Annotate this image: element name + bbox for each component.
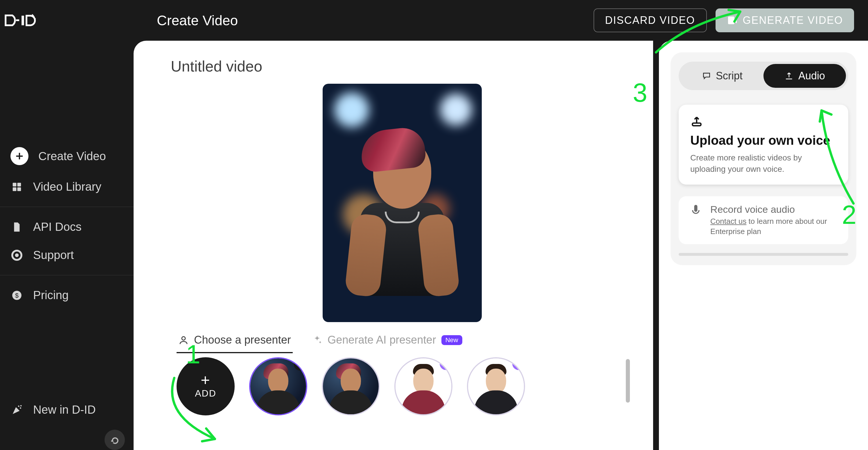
record-voice-card[interactable]: Record voice audio Contact us to learn m…	[679, 196, 848, 244]
sidebar-item-label: Video Library	[33, 180, 101, 193]
tab-script[interactable]: Script	[681, 64, 764, 88]
sidebar-item-label: Support	[33, 249, 74, 262]
new-badge: New	[441, 335, 462, 345]
sidebar-item-label: Pricing	[33, 289, 68, 302]
tab-label: Script	[716, 70, 743, 82]
svg-text:$: $	[15, 291, 19, 299]
brand-logo[interactable]	[3, 6, 38, 35]
sidebar-item-label: Create Video	[38, 150, 106, 163]
record-title: Record voice audio	[710, 204, 838, 215]
sidebar-item-support[interactable]: Support	[0, 241, 133, 269]
scrollbar[interactable]	[626, 357, 630, 415]
dollar-icon: $	[10, 289, 23, 302]
person-icon	[178, 335, 189, 345]
sidebar-item-pricing[interactable]: $ Pricing	[0, 281, 133, 309]
microphone-icon	[689, 204, 702, 217]
sidebar: Create Video Video Library API Docs Supp…	[0, 41, 133, 450]
svg-point-14	[182, 337, 185, 340]
svg-point-12	[20, 407, 21, 409]
presenter-preview[interactable]	[322, 84, 482, 322]
plus-icon: +	[201, 374, 211, 386]
presenter-carousel[interactable]: + ADD ✕ HQ HQ	[171, 357, 633, 415]
file-icon	[10, 221, 23, 233]
svg-text:3: 3	[633, 78, 647, 107]
sidebar-item-label: API Docs	[33, 220, 82, 233]
svg-rect-0	[16, 20, 19, 21]
presenter-thumb[interactable]: HQ	[394, 357, 453, 415]
scrollbar[interactable]	[679, 253, 848, 256]
grid-icon	[10, 180, 23, 193]
project-title[interactable]: Untitled video	[171, 58, 633, 75]
upload-voice-card[interactable]: Upload your own voice Create more realis…	[679, 105, 848, 185]
svg-rect-5	[13, 187, 17, 191]
svg-rect-6	[18, 187, 21, 191]
hq-badge: HQ	[440, 357, 453, 370]
svg-point-2	[35, 18, 36, 19]
upload-icon	[784, 71, 794, 81]
add-presenter-button[interactable]: + ADD	[177, 357, 235, 415]
svg-rect-17	[692, 123, 701, 125]
upload-icon	[690, 123, 703, 128]
contact-us-link[interactable]: Contact us	[710, 217, 746, 226]
sidebar-item-video-library[interactable]: Video Library	[0, 173, 133, 201]
upload-desc: Create more realistic videos by uploadin…	[690, 152, 837, 175]
svg-point-11	[18, 405, 20, 407]
tab-label: Generate AI presenter	[328, 334, 436, 346]
right-panel: Script Audio Upload your own voice Creat…	[659, 41, 868, 450]
editor-stage: Untitled video Choose a presenter Genera…	[133, 41, 653, 450]
sidebar-item-api-docs[interactable]: API Docs	[0, 213, 133, 241]
presenter-thumb[interactable]: HQ	[467, 357, 525, 415]
svg-rect-1	[22, 16, 24, 25]
presenter-thumb[interactable]: ✕	[249, 357, 307, 415]
tab-audio[interactable]: Audio	[764, 64, 846, 88]
plus-icon	[10, 147, 28, 165]
sidebar-item-create-video[interactable]: Create Video	[0, 140, 133, 173]
upload-title: Upload your own voice	[690, 133, 837, 148]
life-ring-icon	[10, 249, 23, 262]
generate-video-button[interactable]: GENERATE VIDEO	[716, 8, 854, 32]
page-title: Create Video	[157, 12, 238, 28]
confetti-icon	[10, 403, 23, 416]
remove-presenter-button[interactable]: ✕	[294, 358, 307, 371]
svg-point-8	[15, 253, 19, 257]
tab-generate-ai-presenter[interactable]: Generate AI presenter New	[310, 331, 464, 353]
sidebar-item-label: New in D-ID	[33, 403, 96, 416]
sidebar-item-new[interactable]: New in D-ID	[0, 396, 133, 424]
sparkles-icon	[312, 335, 322, 345]
svg-point-13	[20, 405, 22, 406]
svg-rect-3	[13, 182, 17, 186]
tab-label: Audio	[798, 70, 825, 82]
svg-rect-4	[18, 182, 21, 186]
presenter-thumb[interactable]	[322, 357, 380, 415]
script-audio-segment: Script Audio	[679, 62, 848, 90]
video-icon	[726, 15, 738, 26]
redo-button[interactable]	[104, 430, 125, 450]
tab-choose-presenter[interactable]: Choose a presenter	[177, 331, 293, 353]
add-label: ADD	[195, 388, 216, 399]
hq-badge: HQ	[512, 357, 525, 370]
tab-label: Choose a presenter	[194, 334, 291, 346]
speech-icon	[702, 71, 711, 81]
discard-video-button[interactable]: DISCARD VIDEO	[594, 8, 707, 32]
